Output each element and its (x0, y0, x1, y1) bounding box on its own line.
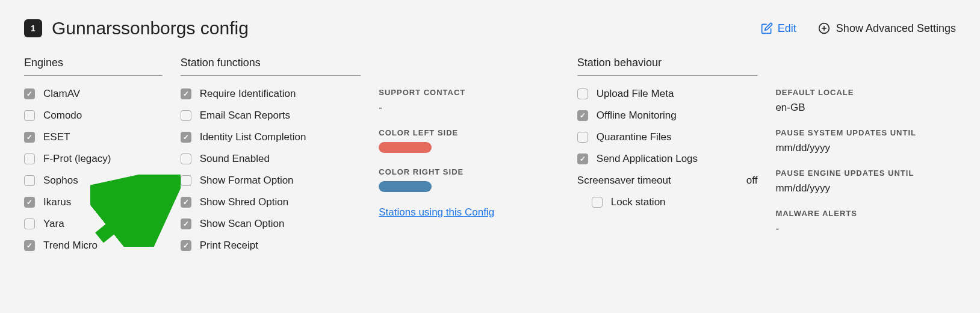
require-identification-row: Require Identification (181, 88, 361, 100)
comodo-row: Comodo (24, 110, 163, 122)
functions-title: Station functions (181, 57, 361, 76)
sophos-row: Sophos (24, 175, 163, 187)
settings-column: . DEFAULT LOCALE en-GB PAUSE SYSTEM UPDA… (775, 57, 956, 261)
upload-file-meta-label: Upload File Meta (597, 88, 674, 100)
print-receipt-row: Print Receipt (181, 240, 361, 252)
trend-micro-label: Trend Micro (43, 240, 98, 252)
f-prot-legacy-label: F-Prot (legacy) (43, 153, 111, 165)
behaviour-title: Station behaviour (577, 57, 758, 76)
offline-monitoring-label: Offline Monitoring (597, 110, 677, 122)
header: 1 Gunnarssonborgs config Edit Show Advan… (24, 18, 956, 39)
sound-enabled-checkbox[interactable] (181, 153, 191, 164)
send-application-logs-row: Send Application Logs (577, 153, 758, 165)
pause-engine-label: PAUSE ENGINE UPDATES UNTIL (775, 169, 956, 178)
send-application-logs-checkbox[interactable] (577, 153, 588, 164)
advanced-label: Show Advanced Settings (836, 22, 956, 35)
trend-micro-row: Trend Micro (24, 240, 163, 252)
show-scan-option-checkbox[interactable] (181, 218, 191, 229)
default-locale-label: DEFAULT LOCALE (775, 88, 956, 97)
lock-station-checkbox[interactable] (592, 197, 603, 208)
show-format-option-row: Show Format Option (181, 175, 361, 187)
comodo-checkbox[interactable] (24, 110, 35, 121)
pause-system-value: mm/dd/yyyy (775, 142, 956, 154)
malware-alerts-value: - (775, 223, 956, 235)
yara-checkbox[interactable] (24, 218, 35, 229)
offline-monitoring-checkbox[interactable] (577, 110, 588, 121)
identity-list-completion-row: Identity List Completion (181, 131, 361, 143)
screensaver-row: Screensaver timeout off (577, 175, 758, 187)
print-receipt-checkbox[interactable] (181, 240, 191, 251)
show-shred-option-row: Show Shred Option (181, 196, 361, 208)
clamav-row: ClamAV (24, 88, 163, 100)
sound-enabled-row: Sound Enabled (181, 153, 361, 165)
ikarus-checkbox[interactable] (24, 197, 35, 208)
upload-file-meta-row: Upload File Meta (577, 88, 758, 100)
upload-file-meta-checkbox[interactable] (577, 88, 588, 99)
show-format-option-label: Show Format Option (200, 175, 294, 187)
screensaver-label: Screensaver timeout (577, 175, 671, 187)
require-identification-label: Require Identification (200, 88, 296, 100)
color-left-swatch (379, 142, 432, 153)
edit-button[interactable]: Edit (761, 22, 796, 35)
details-column: . SUPPORT CONTACT - COLOR LEFT SIDE COLO… (379, 57, 559, 261)
functions-column: Station functions Require Identification… (181, 57, 361, 261)
eset-checkbox[interactable] (24, 132, 35, 143)
color-right-label: COLOR RIGHT SIDE (379, 167, 559, 176)
send-application-logs-label: Send Application Logs (597, 153, 698, 165)
offline-monitoring-row: Offline Monitoring (577, 110, 758, 122)
plus-circle-icon (818, 22, 830, 34)
email-scan-reports-checkbox[interactable] (181, 110, 191, 121)
edit-icon (761, 22, 773, 34)
default-locale-value: en-GB (775, 102, 956, 114)
order-badge: 1 (24, 19, 42, 37)
clamav-label: ClamAV (43, 88, 80, 100)
identity-list-completion-checkbox[interactable] (181, 132, 191, 143)
columns: Engines ClamAVComodoESETF-Prot (legacy)S… (24, 57, 956, 261)
comodo-label: Comodo (43, 110, 82, 122)
engines-column: Engines ClamAVComodoESETF-Prot (legacy)S… (24, 57, 163, 261)
ikarus-label: Ikarus (43, 196, 71, 208)
color-right-swatch (379, 181, 432, 192)
pause-system-label: PAUSE SYSTEM UPDATES UNTIL (775, 128, 956, 137)
ikarus-row: Ikarus (24, 196, 163, 208)
print-receipt-label: Print Receipt (200, 240, 258, 252)
eset-label: ESET (43, 131, 70, 143)
lock-station-row: Lock station (577, 196, 758, 218)
header-right: Edit Show Advanced Settings (761, 22, 956, 35)
require-identification-checkbox[interactable] (181, 88, 191, 99)
show-scan-option-row: Show Scan Option (181, 218, 361, 230)
email-scan-reports-label: Email Scan Reports (200, 110, 290, 122)
yara-label: Yara (43, 218, 64, 230)
show-shred-option-checkbox[interactable] (181, 197, 191, 208)
show-scan-option-label: Show Scan Option (200, 218, 285, 230)
pause-engine-value: mm/dd/yyyy (775, 182, 956, 194)
behaviour-list: Upload File MetaOffline MonitoringQuaran… (577, 88, 758, 175)
functions-list: Require IdentificationEmail Scan Reports… (181, 88, 361, 261)
quarantine-files-checkbox[interactable] (577, 132, 588, 143)
support-contact-value: - (379, 102, 559, 114)
screensaver-value: off (746, 175, 758, 187)
lock-station-row: Lock station (592, 196, 758, 208)
show-shred-option-label: Show Shred Option (200, 196, 288, 208)
eset-row: ESET (24, 131, 163, 143)
config-panel: 1 Gunnarssonborgs config Edit Show Advan… (0, 0, 980, 279)
edit-label: Edit (778, 22, 796, 35)
trend-micro-checkbox[interactable] (24, 240, 35, 251)
clamav-checkbox[interactable] (24, 88, 35, 99)
engines-list: ClamAVComodoESETF-Prot (legacy)SophosIka… (24, 88, 163, 261)
page-title: Gunnarssonborgs config (52, 18, 249, 39)
show-format-option-checkbox[interactable] (181, 175, 191, 186)
yara-row: Yara (24, 218, 163, 230)
sound-enabled-label: Sound Enabled (200, 153, 270, 165)
behaviour-column: Station behaviour Upload File MetaOfflin… (577, 57, 758, 261)
email-scan-reports-row: Email Scan Reports (181, 110, 361, 122)
f-prot-legacy-checkbox[interactable] (24, 153, 35, 164)
sophos-checkbox[interactable] (24, 175, 35, 186)
quarantine-files-label: Quarantine Files (597, 131, 672, 143)
engines-title: Engines (24, 57, 163, 76)
lock-station-label: Lock station (611, 196, 666, 208)
stations-using-config-link[interactable]: Stations using this Config (379, 206, 559, 218)
show-advanced-button[interactable]: Show Advanced Settings (818, 22, 956, 35)
malware-alerts-label: MALWARE ALERTS (775, 209, 956, 218)
identity-list-completion-label: Identity List Completion (200, 131, 306, 143)
